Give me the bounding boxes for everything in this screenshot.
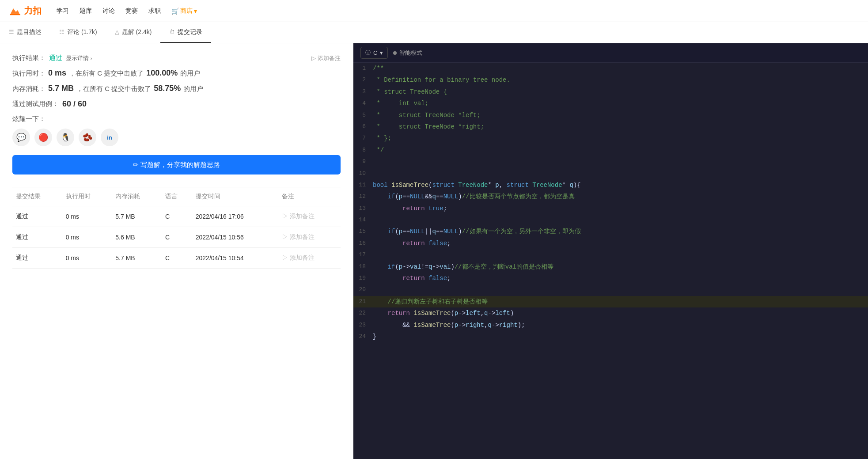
code-line: 15 if(p==NULL||q==NULL)//如果有一个为空，另外一个非空，…: [353, 226, 868, 237]
language-selector[interactable]: ⓘ C ▾: [360, 47, 388, 59]
tab-submissions[interactable]: ⏱ 提交记录: [160, 22, 211, 43]
code-line: 9: [353, 156, 868, 167]
comments-icon: ☷: [59, 29, 64, 35]
testcase-value: 60 / 60: [62, 99, 87, 109]
line-number: 3: [353, 86, 371, 98]
line-content: * struct TreeNode *right;: [371, 121, 868, 133]
qq-icon: 🐧: [61, 133, 70, 142]
code-line: 16 return false;: [353, 238, 868, 249]
line-number: 21: [353, 296, 371, 307]
add-note-link[interactable]: ▷ 添加备注: [282, 233, 337, 241]
code-line: 20: [353, 284, 868, 296]
line-content: */: [371, 144, 868, 156]
cell-lang: C: [162, 227, 192, 248]
tab-bar: ☰ 题目描述 ☷ 评论 (1.7k) △ 题解 (2.4k) ⏱ 提交记录: [0, 22, 868, 43]
col-header-submit-time: 提交时间: [192, 187, 279, 206]
line-content: [371, 156, 868, 167]
douban-icon: 🫘: [83, 133, 92, 142]
testcase-label: 通过测试用例：: [12, 100, 59, 108]
cell-status: 通过: [12, 206, 62, 227]
line-number: 5: [353, 110, 371, 121]
nav-problems[interactable]: 题库: [80, 7, 92, 15]
memory-row: 内存消耗： 5.7 MB ，在所有 C 提交中击败了 58.75% 的用户: [12, 84, 341, 93]
code-editor-panel: ⓘ C ▾ 智能模式 1/**2 * Definition for a bina…: [353, 43, 868, 459]
line-number: 22: [353, 307, 371, 319]
code-line: 3 * struct TreeNode {: [353, 86, 868, 98]
show-detail-btn[interactable]: 显示详情 ›: [66, 54, 92, 62]
main-layout: 执行结果： 通过 显示详情 › ▷ 添加备注 执行用时： 0 ms ，在所有 C…: [0, 43, 868, 459]
line-number: 6: [353, 121, 371, 133]
line-content: * };: [371, 133, 868, 144]
line-content: /**: [371, 63, 868, 74]
line-content: bool isSameTree(struct TreeNode* p, stru…: [371, 179, 868, 191]
cell-note[interactable]: ▷ 添加备注: [278, 248, 341, 269]
code-line: 14: [353, 214, 868, 226]
code-line: 17: [353, 249, 868, 261]
line-number: 7: [353, 133, 371, 144]
runtime-value: 0 ms: [48, 68, 66, 78]
nav-shop[interactable]: 🛒 商店 ▾: [171, 7, 197, 15]
line-number: 19: [353, 273, 371, 284]
nav-study[interactable]: 学习: [57, 7, 69, 15]
cell-note[interactable]: ▷ 添加备注: [278, 206, 341, 227]
add-note-btn[interactable]: ▷ 添加备注: [311, 54, 341, 62]
code-line: 24}: [353, 331, 868, 342]
line-content: return false;: [371, 238, 868, 249]
line-content: }: [371, 331, 868, 342]
share-weibo-btn[interactable]: 🔴: [34, 129, 52, 146]
nav-jobs[interactable]: 求职: [148, 7, 161, 15]
wechat-icon: 💬: [16, 133, 26, 142]
code-line: 7 * };: [353, 133, 868, 144]
nav-contest[interactable]: 竞赛: [125, 7, 138, 15]
share-wechat-btn[interactable]: 💬: [12, 129, 30, 146]
memory-label: 内存消耗：: [12, 85, 45, 93]
line-content: && isSameTree(p->right,q->right);: [371, 319, 868, 331]
line-number: 2: [353, 74, 371, 86]
table-row: 通过 0 ms 5.7 MB C 2022/04/16 17:06 ▷ 添加备注: [12, 206, 341, 227]
tab-description[interactable]: ☰ 题目描述: [0, 22, 50, 43]
code-line: 19 return false;: [353, 273, 868, 284]
add-note-link[interactable]: ▷ 添加备注: [282, 212, 337, 220]
runtime-pct: 100.00%: [146, 68, 178, 78]
cell-memory: 5.7 MB: [112, 248, 162, 269]
cell-status: 通过: [12, 227, 62, 248]
code-line: 12 if(p==NULL&&q==NULL)//比较是否两个节点都为空，都为空…: [353, 191, 868, 202]
cell-submit-time: 2022/04/16 17:06: [192, 206, 279, 227]
tab-solutions[interactable]: △ 题解 (2.4k): [106, 22, 161, 43]
line-number: 20: [353, 284, 371, 296]
result-label: 执行结果：: [12, 54, 45, 62]
line-content: return isSameTree(p->left,q->left): [371, 307, 868, 319]
line-content: * Definition for a binary tree node.: [371, 74, 868, 86]
share-douban-btn[interactable]: 🫘: [79, 129, 96, 146]
code-line: 4 * int val;: [353, 98, 868, 109]
code-area: 1/**2 * Definition for a binary tree nod…: [353, 63, 868, 459]
code-line: 18 if(p->val!=q->val)//都不是空，判断val的值是否相等: [353, 261, 868, 273]
tab-comments-label: 评论 (1.7k): [67, 28, 97, 36]
table-row: 通过 0 ms 5.6 MB C 2022/04/15 10:56 ▷ 添加备注: [12, 227, 341, 248]
tab-submissions-label: 提交记录: [178, 28, 202, 36]
col-header-note: 备注: [278, 187, 341, 206]
share-linkedin-btn[interactable]: in: [101, 129, 118, 146]
nav-discuss[interactable]: 讨论: [102, 7, 115, 15]
write-solution-button[interactable]: ✏ 写题解，分享我的解题思路: [12, 155, 341, 174]
add-note-link[interactable]: ▷ 添加备注: [282, 254, 337, 262]
col-header-status: 提交结果: [12, 187, 62, 206]
tab-comments[interactable]: ☷ 评论 (1.7k): [50, 22, 106, 43]
memory-pct: 58.75%: [154, 84, 181, 93]
smart-mode-toggle[interactable]: 智能模式: [393, 49, 422, 57]
line-content: return false;: [371, 273, 868, 284]
cell-note[interactable]: ▷ 添加备注: [278, 227, 341, 248]
line-number: 8: [353, 144, 371, 156]
tab-description-label: 题目描述: [17, 28, 42, 36]
line-number: 23: [353, 319, 371, 331]
code-line: 22 return isSameTree(p->left,q->left): [353, 307, 868, 319]
code-line: 8 */: [353, 144, 868, 156]
share-qq-btn[interactable]: 🐧: [57, 129, 74, 146]
col-header-memory: 内存消耗: [112, 187, 162, 206]
runtime-desc2: 的用户: [180, 69, 200, 78]
line-content: [371, 168, 868, 179]
language-label: C: [373, 49, 377, 56]
code-line: 10: [353, 168, 868, 179]
runtime-desc1: ，在所有 C 提交中击败了: [69, 69, 144, 78]
logo[interactable]: 力扣: [9, 5, 42, 17]
